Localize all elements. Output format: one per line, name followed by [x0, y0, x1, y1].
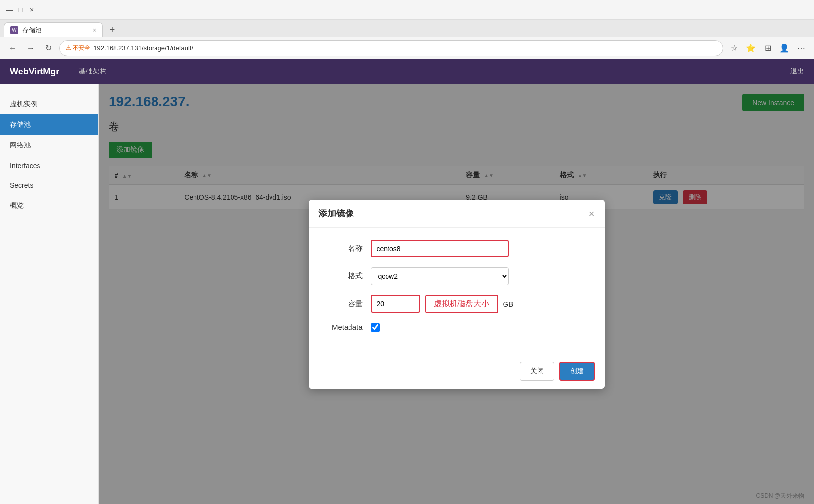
maximize-button[interactable]: □	[17, 6, 25, 14]
tab-title: 存储池	[22, 26, 41, 35]
app-header: WebVirtMgr 基础架构 退出	[0, 59, 814, 84]
profile-icon[interactable]: 👤	[777, 41, 791, 55]
sidebar-item-vms[interactable]: 虚机实例	[0, 94, 98, 114]
metadata-checkbox[interactable]	[371, 323, 380, 332]
app-header-left: WebVirtMgr 基础架构	[10, 67, 107, 77]
modal-footer: 关闭 创建	[309, 354, 605, 389]
app-logo: WebVirtMgr	[10, 67, 59, 77]
app-container: WebVirtMgr 基础架构 退出 虚机实例 存储池 网络池 Interfac…	[0, 59, 814, 504]
add-image-modal: 添加镜像 × 名称 格式 qcow2	[309, 200, 605, 389]
browser-titlebar: — □ ×	[0, 0, 814, 20]
nav-logout[interactable]: 退出	[790, 67, 804, 76]
sidebar-item-secrets[interactable]: Secrets	[0, 176, 98, 195]
address-bar[interactable]: ⚠ 不安全 192.168.237.131/storage/1/default/	[59, 40, 723, 56]
security-warning: ⚠ 不安全	[66, 44, 90, 52]
nav-item-infrastructure[interactable]: 基础架构	[79, 67, 107, 76]
capacity-label: 容量	[323, 299, 363, 309]
sidebar-item-overview[interactable]: 概览	[0, 195, 98, 216]
browser-apps-icon[interactable]: ⊞	[761, 41, 775, 55]
capacity-hint: 虚拟机磁盘大小	[425, 295, 498, 313]
modal-header: 添加镜像 ×	[309, 200, 605, 228]
capacity-field-row: 容量 虚拟机磁盘大小 GB	[323, 295, 590, 313]
name-field-row: 名称	[323, 240, 590, 257]
format-select[interactable]: qcow2 raw iso vmdk	[371, 267, 509, 285]
nav-forward-button[interactable]: →	[24, 41, 38, 55]
format-label: 格式	[323, 271, 363, 281]
browser-toolbar: ☆ ⭐ ⊞ 👤 ⋯	[727, 41, 808, 55]
nav-back-button[interactable]: ←	[6, 41, 20, 55]
browser-window-controls[interactable]: — □ ×	[6, 6, 36, 14]
capacity-controls: 虚拟机磁盘大小 GB	[371, 295, 514, 313]
modal-cancel-button[interactable]: 关闭	[520, 362, 554, 381]
modal-create-button[interactable]: 创建	[559, 362, 595, 381]
minimize-button[interactable]: —	[6, 6, 14, 14]
browser-tab-active[interactable]: W 存储池 ×	[4, 22, 103, 37]
browser-addressbar: ← → ↻ ⚠ 不安全 192.168.237.131/storage/1/de…	[0, 37, 814, 59]
capacity-unit: GB	[503, 300, 514, 308]
tab-favicon-icon: W	[10, 26, 18, 34]
main-content: 192.168.237. New Instance 卷 添加镜像 # ▲▼ 名称…	[99, 84, 814, 504]
browser-menu-icon[interactable]: ⋯	[794, 41, 808, 55]
modal-body: 名称 格式 qcow2 raw iso vmdk	[309, 228, 605, 354]
collections-icon[interactable]: ⭐	[744, 41, 758, 55]
name-label: 名称	[323, 244, 363, 253]
sidebar-item-storage[interactable]: 存储池	[0, 114, 98, 135]
sidebar-item-network[interactable]: 网络池	[0, 135, 98, 156]
sidebar-item-interfaces[interactable]: Interfaces	[0, 156, 98, 176]
format-field-row: 格式 qcow2 raw iso vmdk	[323, 267, 590, 285]
close-window-button[interactable]: ×	[28, 6, 36, 14]
sidebar: 虚机实例 存储池 网络池 Interfaces Secrets 概览	[0, 84, 99, 504]
address-text: 192.168.237.131/storage/1/default/	[93, 44, 193, 52]
tab-close-button[interactable]: ×	[93, 27, 96, 34]
browser-tab-bar: W 存储池 × +	[0, 20, 814, 37]
modal-overlay: 添加镜像 × 名称 格式 qcow2	[99, 84, 814, 504]
metadata-label: Metadata	[323, 323, 363, 331]
modal-title: 添加镜像	[318, 208, 354, 219]
nav-refresh-button[interactable]: ↻	[41, 41, 55, 55]
modal-close-button[interactable]: ×	[589, 209, 595, 218]
new-tab-button[interactable]: +	[105, 22, 119, 37]
name-input[interactable]	[371, 240, 509, 257]
favorites-icon[interactable]: ☆	[727, 41, 741, 55]
metadata-field-row: Metadata	[323, 323, 590, 332]
app-body: 虚机实例 存储池 网络池 Interfaces Secrets 概览 192.1…	[0, 84, 814, 504]
capacity-input[interactable]	[371, 295, 420, 313]
